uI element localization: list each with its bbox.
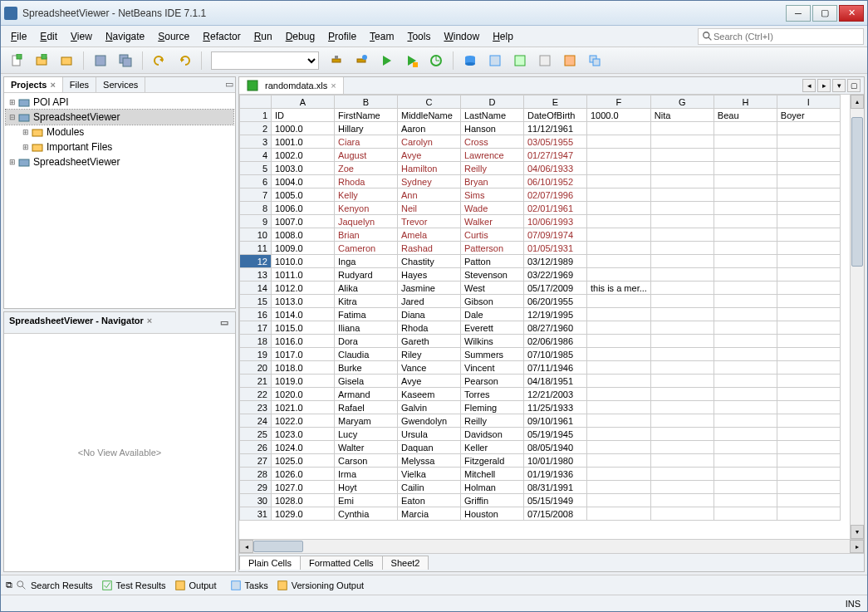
horizontal-scrollbar[interactable]: ◂ ▸ xyxy=(239,539,864,553)
cell[interactable] xyxy=(587,135,651,149)
table-row[interactable]: 181016.0DoraGarethWilkins02/06/1986 xyxy=(240,335,841,348)
projects-tree[interactable]: ⊞ POI API ⊟ SpreadsheetViewer ⊞ Modules xyxy=(4,93,235,308)
cell[interactable]: Carolyn xyxy=(398,135,461,149)
cell[interactable] xyxy=(777,135,840,149)
quick-search[interactable] xyxy=(698,28,864,45)
cell[interactable]: 1009.0 xyxy=(272,242,335,255)
clean-build-button[interactable] xyxy=(351,50,372,71)
cell[interactable] xyxy=(650,388,714,401)
cell[interactable] xyxy=(777,468,840,481)
row-header[interactable]: 27 xyxy=(240,454,272,468)
row-header[interactable]: 30 xyxy=(240,494,272,507)
cell[interactable]: 1020.0 xyxy=(272,388,335,401)
cell[interactable]: 07/09/1974 xyxy=(524,228,587,242)
cell[interactable]: 1010.0 xyxy=(272,255,335,268)
scroll-left-button[interactable]: ◂ xyxy=(239,540,253,553)
cell[interactable] xyxy=(587,481,651,494)
cell[interactable]: Hoyt xyxy=(335,481,398,494)
cell[interactable] xyxy=(587,361,651,375)
cell[interactable]: Burke xyxy=(335,361,398,375)
collapse-icon[interactable]: ⊟ xyxy=(7,113,17,121)
scroll-up-button[interactable]: ▴ xyxy=(851,95,864,109)
row-header[interactable]: 19 xyxy=(240,348,272,361)
cell[interactable]: Inga xyxy=(335,255,398,268)
config-combo[interactable] xyxy=(211,51,319,70)
cell[interactable]: Alika xyxy=(335,282,398,295)
row-header[interactable]: 18 xyxy=(240,335,272,348)
cell[interactable]: 02/01/1961 xyxy=(524,202,587,215)
cell[interactable]: 1001.0 xyxy=(272,135,335,149)
bottom-tab-search-results[interactable]: ⧉Search Results xyxy=(6,580,93,591)
menu-refactor[interactable]: Refactor xyxy=(196,28,247,45)
cell[interactable] xyxy=(777,228,840,242)
row-header[interactable]: 28 xyxy=(240,468,272,481)
cell[interactable]: 05/15/1949 xyxy=(524,494,587,507)
table-row[interactable]: 101008.0BrianAmelaCurtis07/09/1974 xyxy=(240,228,841,242)
cell[interactable] xyxy=(650,162,714,175)
menu-edit[interactable]: Edit xyxy=(33,28,64,45)
cell[interactable] xyxy=(650,321,714,335)
undo-button[interactable] xyxy=(149,50,170,71)
row-header[interactable]: 29 xyxy=(240,481,272,494)
cell[interactable]: Cross xyxy=(461,135,524,149)
cell[interactable] xyxy=(777,202,840,215)
cell[interactable] xyxy=(650,175,714,188)
cell[interactable]: Rashad xyxy=(398,242,461,255)
cell[interactable]: 06/20/1955 xyxy=(524,295,587,308)
sheet-tab-sheet2[interactable]: Sheet2 xyxy=(382,556,429,570)
table-row[interactable]: 141012.0AlikaJasmineWest05/17/2009this i… xyxy=(240,282,841,295)
cell[interactable] xyxy=(587,215,651,228)
table-row[interactable]: 261024.0WalterDaquanKeller08/05/1940 xyxy=(240,441,841,454)
cell[interactable] xyxy=(587,348,651,361)
cell[interactable]: Gibson xyxy=(461,295,524,308)
cell[interactable] xyxy=(777,348,840,361)
bottom-tab-test-results[interactable]: Test Results xyxy=(101,580,166,591)
cell[interactable]: Galvin xyxy=(398,401,461,414)
cell[interactable]: Neil xyxy=(398,202,461,215)
cell[interactable] xyxy=(714,175,777,188)
maximize-editor-button[interactable]: ▢ xyxy=(847,79,861,92)
cell[interactable]: Walker xyxy=(461,215,524,228)
table-row[interactable]: 301028.0EmiEatonGriffin05/15/1949 xyxy=(240,494,841,507)
cell[interactable]: Wade xyxy=(461,202,524,215)
row-header[interactable]: 23 xyxy=(240,401,272,414)
cell[interactable] xyxy=(714,321,777,335)
cell[interactable]: 1027.0 xyxy=(272,481,335,494)
cell[interactable] xyxy=(777,335,840,348)
cell[interactable]: Hayes xyxy=(398,268,461,282)
cell[interactable]: 1021.0 xyxy=(272,401,335,414)
cell[interactable]: 07/10/1985 xyxy=(524,348,587,361)
cell[interactable]: Hamilton xyxy=(398,162,461,175)
menu-tools[interactable]: Tools xyxy=(400,28,437,45)
tab-dropdown-button[interactable]: ▾ xyxy=(832,79,846,92)
row-header[interactable]: 1 xyxy=(240,109,272,122)
cell[interactable] xyxy=(714,414,777,428)
cell[interactable]: 1018.0 xyxy=(272,361,335,375)
cell[interactable] xyxy=(714,441,777,454)
cell[interactable] xyxy=(777,175,840,188)
cell[interactable]: 05/19/1945 xyxy=(524,428,587,441)
table-row[interactable]: 281026.0IrmaVielkaMitchell01/19/1936 xyxy=(240,468,841,481)
table-row[interactable]: 121010.0IngaChastityPatton03/12/1989 xyxy=(240,255,841,268)
row-header[interactable]: 20 xyxy=(240,361,272,375)
cell[interactable] xyxy=(587,414,651,428)
row-header[interactable]: 16 xyxy=(240,308,272,321)
cell[interactable]: Holman xyxy=(461,481,524,494)
editor-tab-randomdata[interactable]: randomdata.xls × xyxy=(239,77,344,94)
cell[interactable]: Aaron xyxy=(398,122,461,135)
cell[interactable]: 07/11/1946 xyxy=(524,361,587,375)
cell[interactable]: Rudyard xyxy=(335,268,398,282)
cell[interactable] xyxy=(777,494,840,507)
expand-icon[interactable]: ⊞ xyxy=(21,143,31,151)
cell[interactable]: 10/06/1993 xyxy=(524,215,587,228)
menu-help[interactable]: Help xyxy=(486,28,520,45)
cell[interactable] xyxy=(587,335,651,348)
cell[interactable]: Griffin xyxy=(461,494,524,507)
cell[interactable]: 12/19/1995 xyxy=(524,308,587,321)
cell[interactable] xyxy=(777,295,840,308)
cell[interactable] xyxy=(777,321,840,335)
minimize-panel-button[interactable]: ▭ xyxy=(217,316,230,330)
menu-run[interactable]: Run xyxy=(248,28,279,45)
cell[interactable] xyxy=(714,375,777,388)
minimize-panel-button[interactable]: ▭ xyxy=(222,77,235,92)
